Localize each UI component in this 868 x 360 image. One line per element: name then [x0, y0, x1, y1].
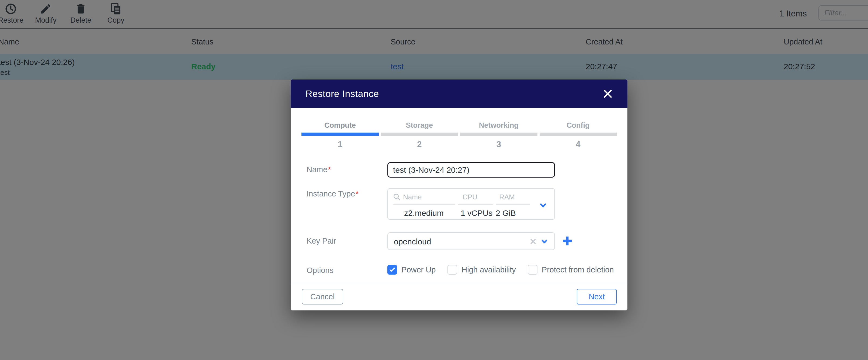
- instance-type-col-cpu: CPU: [463, 193, 477, 201]
- step-progress-bar: [302, 132, 379, 136]
- option-high-availability: High availability: [447, 265, 516, 275]
- key-pair-value: opencloud: [394, 237, 431, 246]
- options-row: Power Up High availability Protect from …: [388, 265, 625, 275]
- step-progress-bar: [381, 132, 458, 136]
- instance-type-label: Instance Type*: [307, 189, 359, 198]
- footer-divider: [291, 284, 627, 284]
- step-progress-bar: [539, 132, 617, 136]
- cancel-button[interactable]: Cancel: [302, 289, 343, 304]
- name-field-label: Name*: [307, 165, 331, 174]
- search-icon: [393, 193, 401, 201]
- step-tabs: Compute 1 Storage 2 Networking 3 Config …: [302, 121, 617, 149]
- instance-type-value-cpu: 1 vCPUs: [461, 209, 492, 218]
- instance-type-col-ram: RAM: [499, 193, 515, 201]
- column-underline: [458, 204, 493, 205]
- chevron-down-icon[interactable]: [540, 237, 549, 245]
- tab-networking[interactable]: Networking 3: [460, 121, 537, 149]
- chevron-down-icon[interactable]: [539, 201, 548, 210]
- option-power-up: Power Up: [388, 265, 436, 275]
- modal-header: Restore Instance: [291, 80, 627, 108]
- name-input[interactable]: [388, 162, 555, 178]
- restore-instance-modal: Restore Instance Compute 1 Storage 2 Net…: [291, 80, 627, 310]
- options-label: Options: [307, 266, 334, 275]
- required-asterisk: *: [328, 165, 331, 174]
- protect-from-deletion-checkbox[interactable]: [528, 265, 537, 275]
- close-button[interactable]: [601, 88, 614, 100]
- modal-title: Restore Instance: [306, 88, 379, 99]
- power-up-checkbox[interactable]: [388, 265, 397, 275]
- clear-icon[interactable]: [529, 237, 537, 245]
- add-key-pair-button[interactable]: [561, 235, 574, 247]
- key-pair-select[interactable]: opencloud: [388, 232, 555, 250]
- column-underline: [496, 204, 530, 205]
- instance-type-value-ram: 2 GiB: [496, 209, 516, 218]
- instance-type-select[interactable]: Name CPU RAM z2.medium 1 vCPUs 2 GiB: [388, 188, 555, 220]
- tab-storage[interactable]: Storage 2: [381, 121, 458, 149]
- option-protect-from-deletion: Protect from deletion: [528, 265, 614, 275]
- high-availability-checkbox[interactable]: [447, 265, 457, 275]
- next-button[interactable]: Next: [577, 289, 617, 304]
- instance-type-value-name: z2.medium: [404, 209, 444, 218]
- close-icon: [602, 88, 613, 99]
- key-pair-label: Key Pair: [307, 237, 336, 245]
- check-icon: [389, 266, 396, 273]
- required-asterisk: *: [355, 189, 359, 198]
- step-progress-bar: [460, 132, 537, 136]
- screen: Restore Modify Delete Copy 1 Items Name …: [0, 0, 868, 360]
- instance-type-col-name: Name: [403, 193, 422, 201]
- tab-compute[interactable]: Compute 1: [302, 121, 379, 149]
- tab-config[interactable]: Config 4: [539, 121, 617, 149]
- column-underline: [393, 204, 455, 205]
